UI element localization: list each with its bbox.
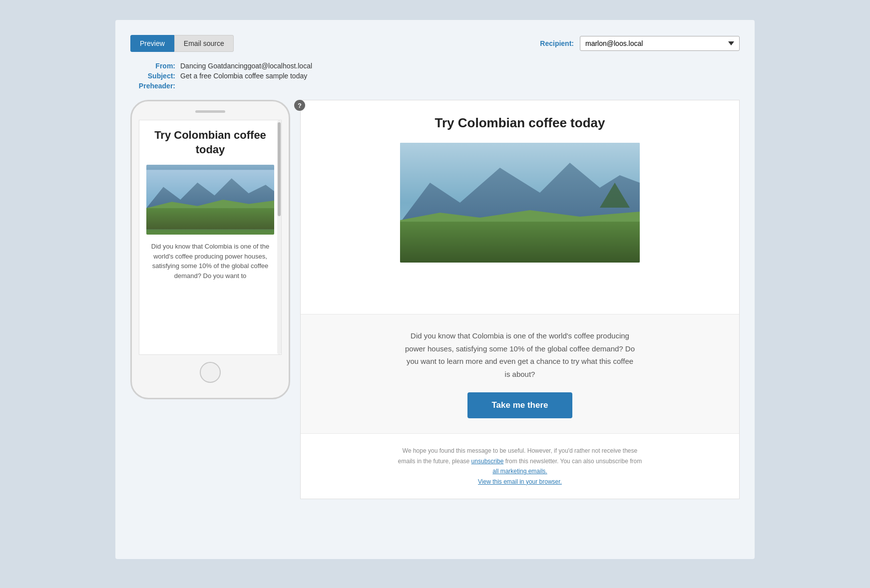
- phone-body-text: Did you know that Colombia is one of the…: [146, 242, 274, 281]
- phone-scroll-area[interactable]: Try Colombian coffee today: [139, 120, 281, 354]
- phone-email-title: Try Colombian coffee today: [146, 128, 274, 157]
- meta-section: From: Dancing Goat dancinggoat@localhost…: [130, 62, 740, 90]
- content-area: ? Try Colombian coffee today: [130, 100, 740, 499]
- all-marketing-link[interactable]: all marketing emails.: [492, 468, 547, 475]
- footer-text-2: from this newsletter. You can also unsub…: [505, 458, 642, 465]
- from-label: From:: [130, 62, 175, 70]
- email-preview-title: Try Colombian coffee today: [321, 115, 719, 131]
- unsubscribe-link[interactable]: unsubscribe: [471, 458, 504, 465]
- phone-home-button[interactable]: [200, 362, 221, 383]
- phone-screen: Try Colombian coffee today: [139, 120, 282, 355]
- svg-marker-2: [146, 208, 274, 230]
- phone-scrollbar[interactable]: [277, 120, 281, 354]
- take-me-there-button[interactable]: Take me there: [467, 392, 572, 418]
- from-email: dancinggoat@localhost.local: [223, 62, 312, 70]
- phone-wrapper: ? Try Colombian coffee today: [130, 100, 290, 399]
- phone-speaker: [195, 110, 225, 113]
- preheader-row: Preheader:: [130, 82, 740, 90]
- email-body-section: Did you know that Colombia is one of the…: [301, 314, 739, 433]
- top-bar: Preview Email source Recipient: marlon@l…: [130, 35, 740, 52]
- phone-frame: Try Colombian coffee today: [130, 100, 290, 399]
- subject-value: Get a free Colombia coffee sample today: [180, 72, 307, 80]
- phone-scrollbar-thumb: [278, 122, 281, 216]
- email-preview-panel: Try Colombian coffee today: [300, 100, 740, 499]
- preheader-label: Preheader:: [130, 82, 175, 90]
- email-body-text: Did you know that Colombia is one of the…: [405, 329, 635, 380]
- phone-content: Try Colombian coffee today: [139, 120, 281, 295]
- subject-row: Subject: Get a free Colombia coffee samp…: [130, 72, 740, 80]
- subject-label: Subject:: [130, 72, 175, 80]
- email-hero-image: [400, 143, 640, 263]
- help-icon[interactable]: ?: [294, 100, 305, 111]
- from-row: From: Dancing Goat dancinggoat@localhost…: [130, 62, 740, 70]
- svg-marker-6: [400, 220, 640, 263]
- recipient-label: Recipient:: [540, 39, 574, 47]
- tab-preview[interactable]: Preview: [130, 35, 174, 52]
- recipient-select[interactable]: marlon@loos.local: [580, 36, 740, 51]
- view-browser-link[interactable]: View this email in your browser.: [478, 478, 562, 485]
- email-preview-inner: Try Colombian coffee today: [301, 100, 739, 314]
- tab-group: Preview Email source: [130, 35, 234, 52]
- from-name: Dancing Goat: [180, 62, 223, 70]
- email-footer-text: We hope you found this message to be use…: [395, 446, 645, 487]
- email-footer: We hope you found this message to be use…: [301, 433, 739, 499]
- phone-hero-image: [146, 165, 274, 235]
- recipient-row: Recipient: marlon@loos.local: [540, 36, 740, 51]
- tab-email-source[interactable]: Email source: [174, 35, 234, 52]
- main-card: Preview Email source Recipient: marlon@l…: [115, 20, 755, 559]
